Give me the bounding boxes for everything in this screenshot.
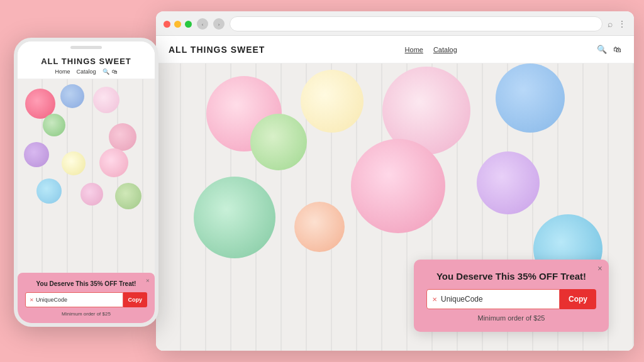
phone-min-order: Minimum order of $25 — [25, 311, 147, 317]
desktop-min-order: Minimum order of $25 — [426, 314, 596, 322]
phone-search-icon[interactable]: 🔍 — [103, 69, 109, 75]
site-icons: 🔍 🛍 — [597, 45, 621, 55]
browser-window: ‹ › ⌕ ⋮ ALL THINGS SWEET Home Catalog 🔍 … — [156, 11, 634, 351]
phone-nav-home[interactable]: Home — [55, 69, 70, 75]
desktop-coupon-text: UniqueCode — [441, 295, 483, 304]
phone-popup: × You Deserve This 35% OFF Treat! ✕ Uniq… — [18, 273, 155, 323]
phone-nav-catalog[interactable]: Catalog — [76, 69, 96, 75]
site-header: ALL THINGS SWEET Home Catalog 🔍 🛍 — [156, 36, 634, 63]
browser-search-icon[interactable]: ⌕ — [608, 19, 613, 29]
desktop-popup: × You Deserve This 35% OFF Treat! ✕ Uniq… — [414, 260, 609, 332]
browser-back-icon[interactable]: ‹ — [197, 18, 208, 30]
phone-mockup: ALL THINGS SWEET Home Catalog 🔍 🛍 — [14, 38, 158, 327]
phone-nav-icons: 🔍 🛍 — [103, 69, 118, 75]
phone-notch-bar — [18, 41, 155, 53]
phone-notch — [70, 46, 102, 49]
phone-copy-button[interactable]: Copy — [123, 292, 148, 307]
phone-hero: × You Deserve This 35% OFF Treat! ✕ Uniq… — [18, 79, 155, 323]
phone-logo: ALL THINGS SWEET — [41, 57, 131, 66]
desktop-popup-close[interactable]: × — [597, 265, 602, 273]
phone-popup-title: You Deserve This 35% OFF Treat! — [25, 280, 147, 287]
search-icon[interactable]: 🔍 — [597, 45, 607, 55]
phone-coupon-row: ✕ UniqueCode Copy — [25, 292, 147, 307]
site-logo: ALL THINGS SWEET — [169, 45, 265, 55]
traffic-green[interactable] — [185, 21, 192, 28]
desktop-popup-title: You Deserve This 35% OFF Treat! — [426, 271, 596, 282]
desktop-coupon-row: ✕ UniqueCode Copy — [426, 289, 596, 309]
traffic-red[interactable] — [164, 21, 170, 28]
phone-coupon-input[interactable]: ✕ UniqueCode — [25, 292, 123, 307]
phone-coupon-x-icon: ✕ — [30, 297, 34, 303]
hero-area: × You Deserve This 35% OFF Treat! ✕ Uniq… — [156, 63, 634, 351]
browser-forward-icon[interactable]: › — [213, 18, 225, 30]
phone-bag-icon[interactable]: 🛍 — [112, 69, 118, 75]
browser-traffic-lights — [164, 21, 192, 28]
site-content: ALL THINGS SWEET Home Catalog 🔍 🛍 — [156, 36, 634, 351]
desktop-coupon-x-icon: ✕ — [432, 296, 437, 303]
browser-address-bar[interactable] — [230, 16, 602, 31]
phone-coupon-text: UniqueCode — [36, 297, 67, 303]
browser-chrome: ‹ › ⌕ ⋮ — [156, 11, 634, 36]
browser-more-icon[interactable]: ⋮ — [618, 19, 626, 29]
desktop-copy-button[interactable]: Copy — [560, 289, 596, 309]
phone-frame: ALL THINGS SWEET Home Catalog 🔍 🛍 — [14, 38, 158, 327]
bag-icon[interactable]: 🛍 — [613, 45, 621, 55]
traffic-yellow[interactable] — [174, 21, 181, 28]
nav-catalog[interactable]: Catalog — [433, 46, 457, 53]
browser-address-row: ‹ › ⌕ ⋮ — [164, 16, 626, 35]
phone-site-header: ALL THINGS SWEET Home Catalog 🔍 🛍 — [18, 53, 155, 79]
phone-popup-close[interactable]: × — [146, 277, 150, 284]
site-nav: Home Catalog — [405, 46, 457, 53]
phone-nav: Home Catalog 🔍 🛍 — [55, 69, 117, 75]
desktop-coupon-input[interactable]: ✕ UniqueCode — [426, 289, 560, 309]
nav-home[interactable]: Home — [405, 46, 423, 53]
